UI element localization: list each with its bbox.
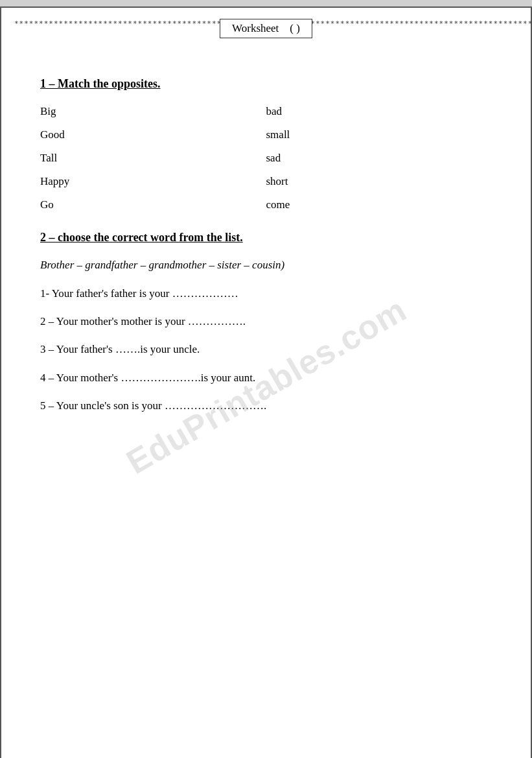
fill-items: 1- Your father's father is your ………………2 … xyxy=(40,285,492,414)
opposite-right-word: small xyxy=(266,128,492,141)
section1-title: 1 – Match the opposites. xyxy=(40,77,492,91)
fill-blank-item: 5 – Your uncle's son is your ………………………. xyxy=(40,397,492,414)
opposite-right-word: bad xyxy=(266,105,492,118)
worksheet-title: Worksheet xyxy=(232,22,279,34)
fill-blank-item: 1- Your father's father is your ……………… xyxy=(40,285,492,302)
opposite-right-word: sad xyxy=(266,152,492,165)
opposite-left-word: Tall xyxy=(40,152,266,165)
opposite-right-word: short xyxy=(266,175,492,188)
section2-area: 2 – choose the correct word from the lis… xyxy=(40,231,492,414)
opposite-row: Goodsmall xyxy=(40,128,492,141)
fill-blank-item: 3 – Your father's …….is your uncle. xyxy=(40,340,492,358)
section2-title: 2 – choose the correct word from the lis… xyxy=(40,231,492,244)
opposite-row: Happyshort xyxy=(40,175,492,188)
opposites-table: BigbadGoodsmallTallsadHappyshortGocome xyxy=(40,105,492,211)
word-list: Brother – grandfather – grandmother – si… xyxy=(40,259,492,272)
fill-blank-item: 4 – Your mother's ………………….is your aunt. xyxy=(40,369,492,386)
worksheet-parens: ( ) xyxy=(290,22,300,34)
opposite-left-word: Big xyxy=(40,105,266,118)
content-area: 1 – Match the opposites. BigbadGoodsmall… xyxy=(1,38,531,451)
opposite-left-word: Go xyxy=(40,198,266,211)
opposite-row: Gocome xyxy=(40,198,492,211)
opposite-left-word: Happy xyxy=(40,175,266,188)
opposite-row: Tallsad xyxy=(40,152,492,165)
title-box: Worksheet ( ) xyxy=(220,19,312,38)
opposite-row: Bigbad xyxy=(40,105,492,118)
fill-blank-item: 2 – Your mother's mother is your ……………. xyxy=(40,313,492,330)
worksheet-page: EduPrintables.com **********************… xyxy=(0,6,532,758)
opposite-right-word: come xyxy=(266,198,492,211)
opposite-left-word: Good xyxy=(40,128,266,141)
